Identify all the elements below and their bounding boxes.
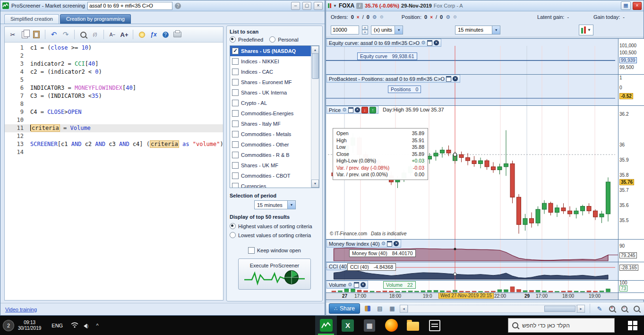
cancel-orders-icon[interactable]: × xyxy=(357,15,360,20)
proscreener-titlebar[interactable]: ProScreener - Market screening ? – ▢ × xyxy=(0,0,325,11)
orders-settings-icon[interactable]: ⚙ xyxy=(372,14,377,20)
highest-values-option[interactable]: Highest values of sorting criteria xyxy=(230,223,319,229)
wrench-icon[interactable]: ⚙ xyxy=(381,241,386,247)
scroll-down-icon[interactable]: ▼ xyxy=(311,180,319,188)
zoom-out-icon[interactable]: − xyxy=(619,304,629,313)
units-select[interactable]: (x) units ▼ xyxy=(371,26,403,34)
scan-list-item[interactable]: Shares - Euronext MF xyxy=(230,77,311,87)
chevron-down-icon[interactable]: ▼ xyxy=(287,201,295,209)
quantity-input[interactable] xyxy=(331,26,359,34)
chart-hscrollbar[interactable]: ◄ ► xyxy=(400,305,585,312)
predefined-radio[interactable] xyxy=(230,36,236,43)
scroll-thumb[interactable] xyxy=(544,306,575,312)
orders-display-icon[interactable] xyxy=(363,304,372,313)
detach-window-icon[interactable] xyxy=(387,241,392,247)
code-line[interactable]: 11criteria = Volume xyxy=(5,124,223,132)
market-listbox[interactable]: ✓Shares - US (NASDAQIndices - NIKKEIIndi… xyxy=(230,45,319,188)
chart-titlebar[interactable]: ▼ FOXA i 35.76 (-0.06%) 29-Nov-2019 Fox … xyxy=(326,0,644,11)
cut-icon[interactable]: ✂ xyxy=(8,29,18,40)
chevron-down-icon[interactable]: ▼ xyxy=(492,26,500,34)
undo-icon[interactable]: ↶ xyxy=(49,29,59,40)
timeframe-select[interactable]: 15 minutes ▼ xyxy=(455,26,500,34)
code-editor[interactable]: 1c1 = (close >= 10)23indicator2 = CCI[40… xyxy=(5,43,223,300)
wrench-icon[interactable]: ⚙ xyxy=(342,107,347,113)
scan-list-item[interactable]: Crypto - AL xyxy=(230,98,311,108)
hint-icon[interactable] xyxy=(137,29,147,40)
scan-list-item[interactable]: Indices - CAC xyxy=(230,67,311,77)
chart-close-button[interactable]: × xyxy=(633,2,642,10)
close-panel-icon[interactable]: × xyxy=(434,40,439,45)
tab-creation-by-programming[interactable]: Creation by programming xyxy=(60,14,131,24)
language-indicator[interactable]: ENG xyxy=(52,323,63,328)
rename-help-icon[interactable]: ? xyxy=(175,3,181,9)
checkbox[interactable] xyxy=(232,141,239,148)
wifi-icon[interactable] xyxy=(69,322,80,329)
code-line[interactable]: 1c1 = (close >= 10) xyxy=(5,44,223,52)
code-line[interactable]: 12 xyxy=(5,132,223,140)
scan-list-item[interactable]: Shares - UK Interna xyxy=(230,87,311,98)
taskbar-app-prorealtime[interactable] xyxy=(315,316,337,335)
volume-value-label[interactable]: Volume22 xyxy=(383,281,416,289)
period-select[interactable]: 15 minutes ▼ xyxy=(254,200,296,209)
position-settings-icon-small[interactable]: ⚙ xyxy=(453,15,457,19)
detach-window-icon[interactable] xyxy=(427,40,432,46)
wrench-icon[interactable]: ⚙ xyxy=(348,282,352,288)
close-panel-icon[interactable]: × xyxy=(355,107,360,112)
price-axis-strip[interactable]: 101,000100,50099,93999,50010-0.5236.2363… xyxy=(618,38,644,300)
detach-window-icon[interactable] xyxy=(348,107,353,113)
execute-proscreener-button[interactable]: Execute ProScreener xyxy=(238,258,311,290)
detach-window-icon[interactable] xyxy=(354,282,359,288)
comment-icon[interactable]: (/) xyxy=(90,29,100,40)
grid-view-icon[interactable]: ▦ xyxy=(387,304,397,313)
detach-window-icon[interactable] xyxy=(446,76,451,82)
wrench-icon[interactable]: ⚙ xyxy=(421,40,426,46)
time-axis-labels[interactable]: 2717:0018:0019:0Wed 27-Nov-2019 20:1522:… xyxy=(326,292,618,300)
volume-icon[interactable]: ) xyxy=(81,323,91,328)
close-button[interactable]: × xyxy=(314,2,323,10)
quantity-stepper[interactable]: ▲▼ xyxy=(362,26,368,34)
lowest-radio[interactable] xyxy=(230,232,236,238)
screener-name-input[interactable] xyxy=(87,2,172,10)
scroll-up-icon[interactable]: ▲ xyxy=(311,46,319,54)
highest-radio[interactable] xyxy=(230,223,236,229)
checkbox[interactable] xyxy=(232,100,239,106)
equity-panel-header[interactable]: Equity curve: assaf 0 to 69 mfi<35 C>O ⚙… xyxy=(326,39,441,47)
checkbox[interactable] xyxy=(232,58,239,65)
draw-tool-icon[interactable]: ✎ xyxy=(595,304,604,313)
keep-window-open-option[interactable]: Keep window open xyxy=(230,247,319,254)
scan-list-item[interactable]: Commodities - Other xyxy=(230,139,311,150)
code-line[interactable]: 3indicator2 = CCI[40] xyxy=(5,60,223,68)
copy-icon[interactable] xyxy=(19,29,30,40)
scan-list-item[interactable]: Commodities - CBOT xyxy=(230,171,311,181)
paste-icon[interactable] xyxy=(31,29,42,40)
notification-badge[interactable]: 2 xyxy=(3,320,14,331)
scan-list-item[interactable]: Commodities-Energies xyxy=(230,108,311,119)
insert-function-icon[interactable]: ƒx xyxy=(148,29,159,40)
code-line[interactable]: 14 xyxy=(5,148,223,156)
mfi-panel-header[interactable]: Money flow index (40) ⚙ × xyxy=(326,240,401,248)
checkbox[interactable] xyxy=(232,89,239,96)
share-button[interactable]: ∴ Share xyxy=(329,303,360,314)
code-line[interactable]: 2 xyxy=(5,52,223,60)
chevron-up-icon[interactable]: ^ xyxy=(92,323,103,328)
scroll-left-icon[interactable]: ◄ xyxy=(400,305,408,313)
minimize-button[interactable]: – xyxy=(291,2,300,10)
cci-value-label[interactable]: CCI (40)-4.84368 xyxy=(347,263,396,271)
scan-list-item[interactable]: Commodities - Metals xyxy=(230,129,311,139)
maximize-button[interactable]: ▢ xyxy=(302,2,311,10)
scroll-right-icon[interactable]: ► xyxy=(577,305,585,313)
scan-list-item[interactable]: Commodities - R & B xyxy=(230,150,311,160)
positions-panel-header[interactable]: ProBacktest - Positions: assaf 0 to 69 m… xyxy=(326,75,460,83)
checkbox[interactable] xyxy=(232,110,239,117)
code-line[interactable]: 13SCREENER[c1 AND c2 AND c3 AND c4] (cri… xyxy=(5,140,223,148)
taskbar-app-calculator[interactable]: ▦ xyxy=(359,316,380,335)
list-view-icon[interactable]: ▤ xyxy=(375,304,385,313)
scan-list-item[interactable]: Indices - NIKKEI xyxy=(230,56,311,67)
equity-value-label[interactable]: Equity curve99,938.61 xyxy=(357,52,417,60)
scan-list-item[interactable]: Shares - UK MF xyxy=(230,160,311,171)
taskbar-app-explorer[interactable] xyxy=(402,316,424,335)
taskbar-app-excel[interactable]: X xyxy=(337,316,359,335)
code-line[interactable]: 4c2 = (indicator2 < 0) xyxy=(5,68,223,76)
scan-list-item[interactable]: Shares - Italy MF xyxy=(230,119,311,129)
buy-arrow-icon[interactable]: ↑ xyxy=(369,107,376,113)
